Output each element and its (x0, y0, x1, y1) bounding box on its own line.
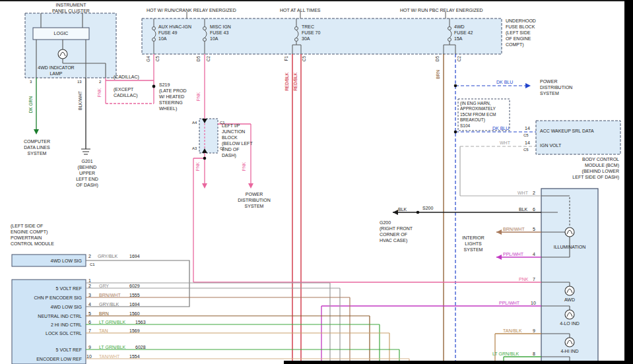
tccm-pin-9: 9 (88, 344, 91, 350)
g200-label: G200 (RIGHT FRONT CORNER OF HVAC CASE) (380, 220, 413, 243)
s104-splice-dot (454, 131, 457, 134)
bcm-acc-wakeup-label: ACC WAKEUP SRL DATA (540, 128, 594, 134)
dk-grn-wire-label: DK GRN (29, 96, 34, 113)
fuse-aux-hvac-ign: AUX HVAC-IGN FUSE 49 10A (158, 24, 191, 42)
sw-pin-5: 5 (533, 226, 535, 232)
tccm-pin-4: 4 (88, 301, 91, 307)
tccm-circuit-6029: 6029 (129, 283, 140, 289)
illumination-lamp-icon (565, 228, 574, 237)
brn-1560-wire (86, 316, 370, 364)
ipc-title: INSTRUMENT PANEL CLUSTER (36, 2, 106, 14)
tccm-pin-3: 3 (88, 292, 91, 298)
bcm-conn-c5: C5 (523, 133, 529, 138)
tccm-signal-5vref2: 5 VOLT REF (13, 347, 82, 353)
pnk-wire-label: PNK (242, 162, 247, 171)
bcm-ign-volt-label: IGN VOLT (540, 142, 561, 148)
sw-wire-brn-wht: BRN/WHT (503, 226, 525, 232)
bcm-pin-14: 14 (525, 125, 530, 131)
cadillac-note: (CADILLAC) (114, 74, 139, 80)
g201-ground-icon (81, 149, 90, 154)
tccm-signal-chnp: CHN P ENCODER SIG (13, 295, 82, 301)
sw-wire-tan-blk: TAN/BLK (503, 328, 522, 334)
right-border (624, 0, 633, 364)
pin-g4: G4 (147, 56, 151, 62)
fuse-trec: TREC FUSE 70 30A (302, 24, 320, 42)
pcm-conn-c1: C1 (90, 262, 95, 268)
top-border (0, 0, 633, 1)
underhood-fuse-block-box (142, 18, 502, 54)
tccm-circuit-6028: 6028 (135, 344, 146, 350)
down-arrow-icon (248, 183, 253, 189)
tccm-pin-2: 2 (88, 283, 91, 289)
pin-f1: F1 (284, 56, 289, 61)
red-blk-wire-label: RED/BLK (294, 73, 298, 91)
tan-blk-wire (495, 334, 541, 364)
pcm-circuit-1694: 1694 (129, 253, 140, 259)
s200-label: S200 (422, 205, 433, 211)
tccm-wire-tanwht: TAN/WHT (99, 353, 119, 359)
junction-pin-a3: A3 (192, 146, 197, 152)
sw-pin-9: 9 (533, 328, 535, 334)
sw-wire-wht: WHT (517, 190, 528, 196)
bcm-box (536, 121, 620, 154)
sw-wire-ppl-wht: PPL/WHT (503, 251, 523, 257)
left-arrow-icon (496, 255, 502, 260)
tccm-wire-brn: BRN (99, 311, 109, 317)
bcm-wire-wht: WHT (500, 140, 510, 146)
tccm-circuit-1554: 1554 (129, 353, 140, 359)
junction-pin-a4: A4 (192, 121, 197, 126)
down-arrow-icon (34, 129, 39, 135)
pin-c2-4wd: C2 (457, 56, 462, 61)
power-distribution-label: POWER DISTRIBUTION SYSTEM (228, 191, 281, 209)
pcm-wire-gry-blk: GRY/BLK (98, 253, 117, 259)
g201-label: G201 (BEHIND UPPER LEFT END OF DASH) (66, 158, 108, 188)
down-arrow-icon (202, 183, 207, 189)
ipc-pin-pnk: 2 (99, 80, 101, 85)
tccm-wire-gry-blk: GRY/BLK (99, 301, 119, 307)
except-cadillac-note: (EXCEPT CADILLAC) (114, 86, 138, 98)
tccm-signal-4wdlow: 4WD LOW SIG (13, 304, 82, 310)
pin-c2-misc: C2 (207, 56, 211, 61)
junction-block-label: LEFT I/P JUNCTION BLOCK (BELOW LEFT END … (222, 123, 253, 159)
sw-pin-10: 10 (531, 300, 536, 306)
sw-pin-2: 2 (533, 190, 535, 196)
left-arrow-icon (393, 210, 398, 215)
bcm-wire-dk-blu: DK BLU (492, 125, 509, 131)
dk-blu-wire-label: DK BLU (496, 79, 513, 85)
left-arrow-icon (496, 229, 502, 235)
bcm-conn-c5b: C5 (523, 148, 529, 153)
lamp-awd-label: AWD (544, 297, 595, 303)
pnk-wire-label: PNK (196, 162, 201, 171)
brn-wire-label: BRN (436, 70, 441, 79)
tccm-wire-ltgrnblk2: LT GRN/BLK (99, 344, 125, 350)
pcm-label: (LEFT SIDE OF ENGINE COMPT) POWERTRAIN C… (11, 223, 54, 247)
4wd-indicator-lamp-icon (58, 49, 67, 59)
awd-lamp-icon (565, 286, 574, 295)
red-blk-wires (292, 54, 301, 364)
sw-wire-lt-grn-blk: LT GRN/BLK (492, 351, 519, 357)
fuse-header-pbc-relay: HOT W/ RUN PBC RELAY ENERGIZED (400, 7, 483, 13)
power-distribution-label-right: POWER DISTRIBUTION SYSTEM (540, 78, 572, 96)
pnk-wire-label: PNK (197, 92, 201, 101)
sw-wire-ppl-wht-10: PPL/WHT (499, 300, 519, 306)
bcm-label: BODY CONTROL MODULE (BCM) (BEHIND LOWER … (521, 156, 619, 180)
s200-splice-dot (416, 211, 420, 214)
tccm-wire-ltgrnblk: LT GRN/BLK (99, 319, 125, 325)
pcm-pin-2: 2 (88, 253, 91, 259)
brn-wht-1555-wire (86, 297, 350, 364)
tccm-signal-enclow: ENCODER LOW REF (13, 356, 82, 362)
wiring-diagram: INSTRUMENT PANEL CLUSTER LOGIC 4WD INDIC… (0, 0, 633, 364)
sw-wire-blk: BLK (519, 206, 527, 212)
tccm-pin-5: 5 (88, 311, 91, 317)
sw-pin-4: 4 (533, 251, 535, 257)
logic-label: LOGIC (33, 30, 89, 36)
tccm-circuit-1555: 1555 (129, 292, 140, 298)
lamp-4hi-label: 4-HI IND (544, 348, 595, 354)
pin-d5-4wd: D5 (436, 56, 440, 61)
tccm-circuit-1694: 1694 (129, 301, 140, 307)
interior-lights-label: INTERIOR LIGHTS SYSTEM (457, 235, 490, 253)
pnk-splice-dot (203, 157, 207, 160)
lamp-4lo-label: 4-LO IND (544, 320, 595, 326)
sw-pin-8: 8 (533, 351, 535, 357)
tccm-circuit-1569: 1569 (129, 328, 140, 334)
